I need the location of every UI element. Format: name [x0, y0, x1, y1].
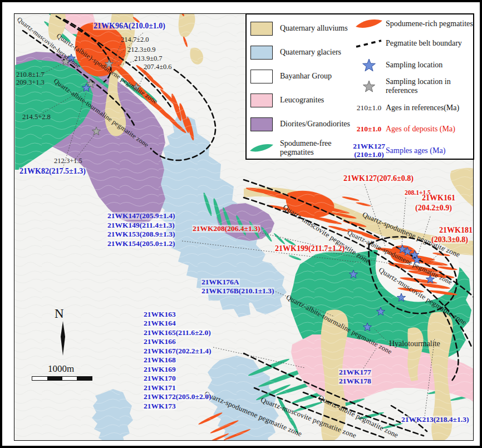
legend-item: Diorites/Granodiorites [249, 112, 353, 136]
map-age-label: 212.3±0.9 [127, 46, 156, 53]
legend-item-label: Sampling location in references [385, 77, 474, 95]
legend-left-column: Quaternary alluviumsQuaternary glaciersB… [249, 14, 353, 159]
map-age-label: 21WK171 [143, 384, 176, 392]
legend-item: Quaternary alluviums [249, 17, 353, 40]
legend-item: Sampling location in references [353, 76, 474, 97]
map-age-label: (204.2±0.9) [415, 204, 453, 212]
map-age-label: 21WK82(217.5±1.3) [19, 168, 86, 175]
legend-right-column: Spodumene-rich pegmatitesPegmatite belt … [353, 14, 474, 159]
legend-item: Sampling location [353, 55, 474, 76]
legend-item-label: Bayanhar Group [274, 72, 332, 81]
map-age-label: 21WK163 [143, 311, 176, 318]
legend-item-label: Ages in references(Ma) [385, 104, 474, 112]
map-age-label: 21WK154(205.0±1.2) [107, 240, 175, 248]
bayanhar-swatch [250, 70, 273, 83]
map-age-label: 21WK147(205.9±1.4) [107, 212, 175, 220]
legend-item: Leucogranites [249, 88, 353, 112]
legend-age-prefix: (210±1.0) [354, 151, 384, 159]
glacier-swatch [250, 46, 273, 60]
map-age-label: 209.3+1.3 [16, 79, 45, 86]
map-age-label: 21WK176B(210.1±1.3) [201, 287, 274, 295]
map-age-label: 21WK166 [143, 338, 176, 346]
spodumene-rich-pegmatite-icon [355, 18, 383, 30]
map-age-label: 21WK213(218.4±1.3) [401, 416, 469, 424]
legend-item-label: Sampling location [385, 61, 474, 70]
map-age-label: 214.7±2.0 [120, 36, 150, 43]
diorite-swatch [250, 117, 273, 131]
legend-item: Pegmatite belt boundary [353, 32, 474, 55]
map-age-label: 21WK170 [143, 375, 176, 382]
legend-age-prefix: 210±1.0 [357, 125, 382, 134]
legend-item-label: Spodumene-free pegmatites [274, 139, 353, 157]
legend-item-label: Diorites/Granodiorites [274, 120, 350, 129]
map-age-label: 21WK161 [421, 194, 456, 202]
map-age-label: 21WK167(202.2±1.4) [143, 347, 212, 355]
legend-item: 21WK127(210±1.0)Samples ages (Ma) [353, 139, 474, 163]
map-age-label: (203.3±0.8) [431, 236, 469, 244]
scale-label: 1000m [48, 363, 74, 375]
map-age-label: 21WK177 [338, 368, 372, 376]
legend-age-prefix: 210±1.0 [357, 104, 382, 112]
map-age-label: 21WK181 [439, 227, 473, 234]
sampling-star-icon [361, 57, 377, 73]
reference-star-icon [361, 78, 377, 95]
map-age-label: 21WK153(208.9±1.3) [107, 230, 175, 238]
map-age-label: 214.5+2.8 [22, 114, 51, 121]
map-age-label: 21WK96A(210.0±1.0) [93, 22, 166, 30]
spodumene-free-pegmatite-icon [249, 142, 274, 154]
map-age-label: 21WK127(207.6±0.8) [343, 175, 414, 183]
geological-map-figure: 21WK96A(210.0±1.0)21WK82(217.5±1.3)21WK1… [0, 0, 482, 448]
map-age-label: 213.9±0.7 [134, 55, 163, 62]
map-age-label: 21WK169 [143, 366, 176, 373]
map-age-label: Hyalotourmalite [388, 340, 441, 348]
map-age-label: 21WK173 [143, 402, 176, 410]
map-age-label: 21WK165(211.6±2.0) [143, 329, 212, 337]
legend-item: 210±1.0Ages in references(Ma) [353, 97, 474, 119]
legend-item-label: Samples ages (Ma) [385, 146, 474, 155]
legend-item: 210±1.0Ages of deposits (Ma) [353, 119, 474, 139]
map-age-label: 210.8±1.7 [16, 71, 45, 78]
legend: Quaternary alluviumsQuaternary glaciersB… [245, 13, 474, 160]
legend-item: Spodumene-free pegmatites [249, 136, 353, 160]
scale-bar [32, 376, 92, 381]
map-age-label: 21WK176A [201, 278, 240, 286]
north-label: N [55, 307, 64, 321]
alluvium-swatch [250, 22, 273, 36]
legend-item-label: Quaternary glaciers [274, 48, 341, 57]
map-age-label: 207.4±0.6 [143, 63, 173, 71]
pegmatite-boundary-dash-icon [355, 37, 383, 50]
legend-item: Bayanhar Group [249, 65, 353, 88]
leucogranite-swatch [250, 93, 273, 107]
legend-item-label: Leucogranites [274, 96, 324, 105]
map-age-label: 212.3+1.5 [53, 157, 83, 165]
map-age-label: 21WK149(211.4±1.3) [107, 221, 175, 229]
map-age-label: 21WK199(211.7±1.2) [274, 245, 345, 253]
legend-item: Spodumene-rich pegmatites [353, 16, 474, 32]
legend-item-label: Pegmatite belt boundary [385, 39, 474, 48]
legend-item-label: Spodumene-rich pegmatites [385, 19, 474, 28]
map-age-label: 21WK168 [143, 356, 176, 364]
legend-item: Quaternary glaciers [249, 41, 353, 64]
map-age-label: 21WK172(205.0±2.0) [143, 393, 212, 401]
legend-age-prefix: 21WK127 [353, 142, 385, 151]
legend-item-label: Ages of deposits (Ma) [385, 125, 474, 134]
map-age-label: 21WK208(206.4±1.3) [192, 225, 260, 233]
map-age-label: 21WK178 [338, 377, 372, 385]
map-age-label: 21WK164 [143, 319, 176, 327]
legend-item-label: Quaternary alluviums [274, 24, 348, 33]
